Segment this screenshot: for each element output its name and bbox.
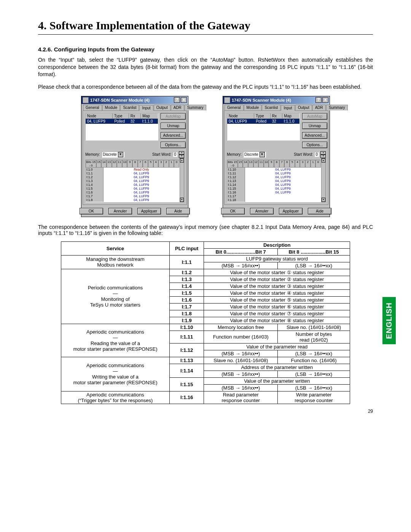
grid-row[interactable]: I:1.604, LUFP9 <box>86 190 179 194</box>
grid-row[interactable]: I:1.804, LUFP9 <box>86 198 179 202</box>
scroll-up-icon[interactable]: ▴ <box>322 158 325 163</box>
dialog-right: 1747-SDN Scanner Module (4) ? x General … <box>223 96 330 217</box>
table-caption: The correspondence between the contents … <box>38 224 373 236</box>
tab-summary[interactable]: Summary <box>326 105 348 110</box>
grid-row[interactable]: I:1.17. <box>227 194 321 198</box>
page-number: 29 <box>368 409 373 414</box>
grid-scrollbar[interactable]: ▴ ▾ <box>321 158 326 202</box>
col-node: Node <box>86 113 113 118</box>
tab-input[interactable]: Input <box>139 105 153 111</box>
grid-row[interactable]: I:1.104, LUFP9 <box>86 171 179 175</box>
grid-row[interactable]: I:1.204, LUFP9 <box>86 175 179 179</box>
grid-row[interactable]: I:1.1104, LUFP9 <box>227 171 321 175</box>
grid-row[interactable]: I:1.304, LUFP9 <box>86 179 179 183</box>
window-title: 1747-SDN Scanner Module (4) <box>90 98 150 102</box>
startword-spinner[interactable]: ▴▾ <box>179 151 184 158</box>
unmap-button[interactable]: Unmap <box>161 123 186 129</box>
apply-button[interactable]: Appliquer <box>137 208 161 214</box>
startword-input[interactable]: 0 <box>314 152 319 157</box>
startword-spinner[interactable]: ▴▾ <box>320 151 326 158</box>
grid-row[interactable]: I:1.1504, LUFP9 <box>227 187 321 190</box>
chevron-down-icon[interactable]: ▾ <box>260 152 265 157</box>
node-row-selected[interactable]: 04, LUFP9 Polled 32 I:1.1.0 <box>86 119 158 124</box>
col-rx: Rx <box>129 113 141 118</box>
cancel-button[interactable]: Annuler <box>250 208 274 214</box>
svc-periodic: Periodic communications — Monitoring of … <box>61 269 170 324</box>
help-icon[interactable]: ? <box>315 97 322 103</box>
node-list[interactable]: Node Type Rx Map 04, LUFP9 Polled 32 I:1… <box>85 113 158 141</box>
bits-label: Bits 15 - 0 <box>86 160 96 168</box>
memory-combo[interactable]: Discrete ▾ <box>102 152 124 158</box>
grid-row[interactable]: I:1.18. <box>227 198 321 202</box>
node-list[interactable]: Node Type Rx Map 04, LUFP9 Polled 32 I:1… <box>227 113 300 141</box>
options-button[interactable]: Options... <box>161 142 186 148</box>
ok-button[interactable]: OK <box>80 208 103 214</box>
language-tab-english[interactable]: ENGLISH <box>382 297 396 344</box>
tab-adr[interactable]: ADR <box>312 105 326 110</box>
col-type: Type <box>113 113 129 118</box>
tab-module[interactable]: Module <box>102 105 120 110</box>
section-heading: 4.2.6. Configuring Inputs from the Gatew… <box>38 46 373 53</box>
automap-button[interactable]: AutoMap <box>161 113 186 120</box>
page-title: 4. Software Implementation of the Gatewa… <box>38 19 373 32</box>
help-button[interactable]: Aide <box>166 208 190 214</box>
grid-row[interactable]: I:1.404, LUFP9 <box>86 183 179 187</box>
advanced-button[interactable]: Advanced... <box>161 132 186 139</box>
titlebar[interactable]: 1747-SDN Scanner Module (4) ? x <box>81 96 188 104</box>
tab-general[interactable]: General <box>83 105 102 110</box>
tab-output[interactable]: Output <box>154 105 170 110</box>
th-bit8-15: Bit 8 ..................Bit 15 <box>277 248 350 255</box>
th-plc: PLC input <box>169 241 204 255</box>
startword-label: Start Word: <box>152 152 171 157</box>
tab-module[interactable]: Module <box>244 105 262 110</box>
automap-button[interactable]: AutoMap <box>302 113 327 120</box>
dialog-left: 1747-SDN Scanner Module (4) ? x General … <box>81 96 188 217</box>
tab-summary[interactable]: Summary <box>185 105 206 110</box>
memory-combo[interactable]: Discrete ▾ <box>243 152 266 158</box>
mapping-grid[interactable]: Bits 15 - 0 1514 1312 1110 98 76 54 32 1… <box>85 160 180 202</box>
grid-row[interactable]: I:1.1304, LUFP9 <box>227 179 321 183</box>
paragraph-1: On the “Input” tab, select the “LUFP9” g… <box>38 56 373 78</box>
svc-trigger: Aperiodic communications (“Trigger bytes… <box>61 391 170 404</box>
scroll-up-icon[interactable]: ▴ <box>180 158 184 163</box>
tab-scanlist[interactable]: Scanlist <box>262 105 280 110</box>
title-rule <box>38 34 373 35</box>
cancel-button[interactable]: Annuler <box>108 208 132 214</box>
app-icon <box>224 97 230 103</box>
grid-row[interactable]: I:1.0Read Only <box>86 168 179 171</box>
grid-row[interactable]: I:1.1004, LUFP9 <box>227 168 321 171</box>
memory-label: Memory: <box>85 152 100 157</box>
svc-managing: Managing the downstream Modbus network <box>61 255 170 269</box>
tab-input[interactable]: Input <box>281 105 295 111</box>
close-icon[interactable]: x <box>322 97 328 103</box>
grid-row[interactable]: I:1.1604, LUFP9 <box>227 190 321 194</box>
grid-row[interactable]: I:1.1204, LUFP9 <box>227 175 321 179</box>
grid-row[interactable]: I:1.1404, LUFP9 <box>227 183 321 187</box>
help-button[interactable]: Aide <box>308 208 331 214</box>
tab-adr[interactable]: ADR <box>171 105 184 110</box>
node-row-selected[interactable]: 04, LUFP9 Polled 32 I:1.1.0 <box>227 119 299 124</box>
tab-output[interactable]: Output <box>295 105 312 110</box>
unmap-button[interactable]: Unmap <box>302 123 327 129</box>
tab-scanlist[interactable]: Scanlist <box>120 105 139 110</box>
th-service: Service <box>61 241 170 255</box>
scroll-down-icon[interactable]: ▾ <box>180 198 184 202</box>
startword-input[interactable]: 0 <box>173 152 177 157</box>
grid-row[interactable]: I:1.504, LUFP9 <box>86 187 179 190</box>
close-icon[interactable]: x <box>181 97 187 103</box>
help-icon[interactable]: ? <box>174 97 180 103</box>
grid-row[interactable]: I:1.704, LUFP9 <box>86 194 179 198</box>
scroll-down-icon[interactable]: ▾ <box>322 198 325 202</box>
options-button[interactable]: Options... <box>302 142 327 148</box>
tabstrip: General Module Scanlist Input Output ADR… <box>223 104 330 110</box>
titlebar[interactable]: 1747-SDN Scanner Module (4) ? x <box>223 96 330 104</box>
advanced-button[interactable]: Advanced... <box>302 132 327 139</box>
grid-scrollbar[interactable]: ▴ ▾ <box>180 158 184 202</box>
th-bit0-7: Bit 0.....................Bit 7 <box>204 248 278 255</box>
chevron-down-icon[interactable]: ▾ <box>118 152 123 157</box>
ok-button[interactable]: OK <box>221 208 245 214</box>
apply-button[interactable]: Appliquer <box>279 208 303 214</box>
paragraph-2: Please check that a correspondence betwe… <box>38 83 373 91</box>
mapping-grid[interactable]: Bits 15 - 0 1514 1312 1110 98 76 54 32 1… <box>227 160 321 202</box>
tab-general[interactable]: General <box>225 105 244 110</box>
